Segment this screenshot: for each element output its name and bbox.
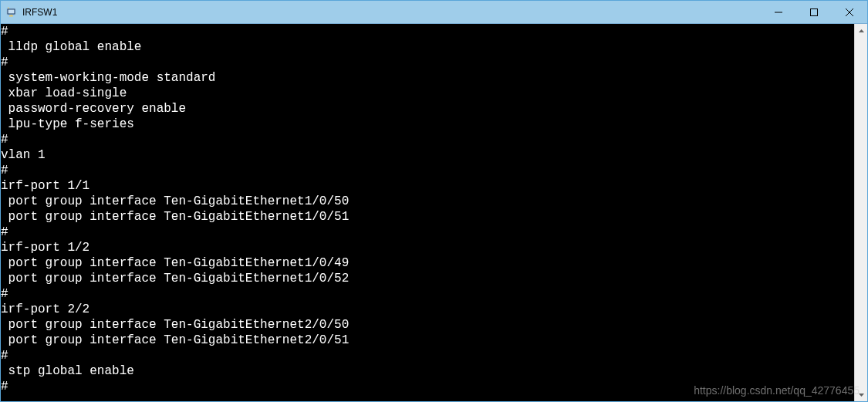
terminal-line: lpu-type f-series [1, 117, 854, 132]
terminal-line: irf-port 2/2 [1, 302, 854, 317]
terminal-line: port group interface Ten-GigabitEthernet… [1, 255, 854, 271]
scroll-up-arrow-icon[interactable] [855, 24, 867, 37]
vertical-scrollbar[interactable] [854, 24, 867, 401]
close-button[interactable] [832, 1, 867, 23]
terminal-line: # [1, 225, 854, 240]
terminal-line: # [1, 132, 854, 147]
svg-marker-10 [859, 394, 864, 397]
terminal-line: port group interface Ten-GigabitEthernet… [1, 209, 854, 225]
svg-rect-1 [8, 9, 15, 13]
terminal-line: port group interface Ten-GigabitEthernet… [1, 194, 854, 209]
content-area: # lldp global enable# system-working-mod… [1, 24, 867, 401]
scroll-track[interactable] [855, 37, 867, 388]
terminal-line: lldp global enable [1, 39, 854, 55]
terminal-line: irf-port 1/2 [1, 240, 854, 255]
window-controls [761, 1, 867, 23]
terminal-line: vlan 1 [1, 147, 854, 163]
terminal-line: password-recovery enable [1, 101, 854, 117]
minimize-button[interactable] [761, 1, 796, 23]
terminal-output[interactable]: # lldp global enable# system-working-mod… [1, 24, 854, 401]
terminal-line: port group interface Ten-GigabitEthernet… [1, 333, 854, 348]
terminal-line: system-working-mode standard [1, 70, 854, 86]
maximize-button[interactable] [796, 1, 832, 23]
svg-rect-6 [811, 8, 818, 15]
terminal-line: irf-port 1/1 [1, 178, 854, 194]
terminal-line: # [1, 55, 854, 70]
window-title: IRFSW1 [22, 7, 57, 18]
svg-rect-2 [9, 15, 13, 17]
terminal-line: port group interface Ten-GigabitEthernet… [1, 317, 854, 333]
scroll-down-arrow-icon[interactable] [855, 388, 867, 401]
terminal-line: # [1, 348, 854, 363]
terminal-line: # [1, 163, 854, 178]
putty-icon [5, 6, 18, 19]
putty-window: IRFSW1 # lldp global enable# system-work… [0, 0, 868, 402]
titlebar-left: IRFSW1 [1, 6, 57, 19]
titlebar[interactable]: IRFSW1 [1, 1, 867, 24]
terminal-line: # [1, 286, 854, 302]
svg-marker-9 [859, 29, 864, 32]
terminal-line: xbar load-single [1, 86, 854, 101]
terminal-line: stp global enable [1, 363, 854, 379]
terminal-line: # [1, 24, 854, 39]
terminal-line: # [1, 379, 854, 394]
terminal-line: port group interface Ten-GigabitEthernet… [1, 271, 854, 286]
